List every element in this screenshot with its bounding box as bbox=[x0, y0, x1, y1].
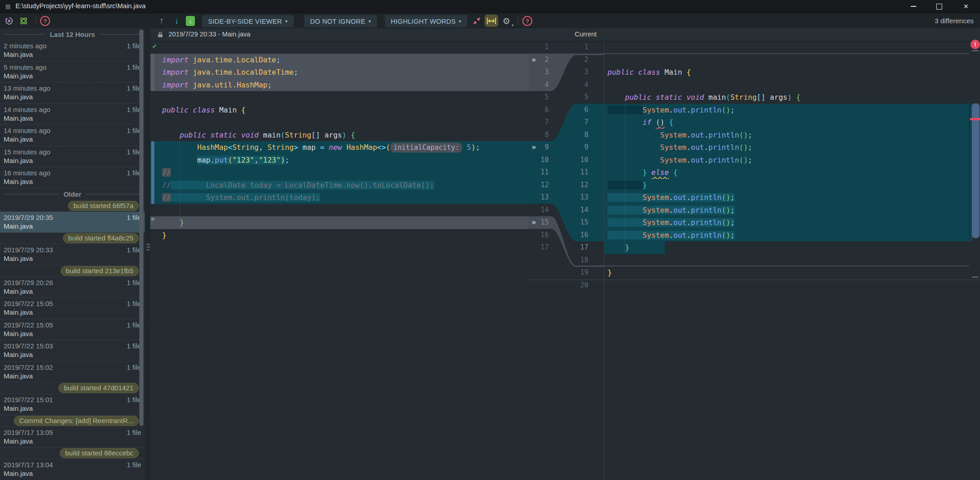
history-entry[interactable]: 14 minutes ago1 fileMain.java bbox=[0, 125, 145, 146]
settings-icon[interactable]: ⚙▾ bbox=[501, 16, 511, 26]
toolbar-divider bbox=[36, 16, 36, 25]
history-entry[interactable]: 2019/7/17 13:041 fileMain.java bbox=[0, 459, 145, 480]
diff-editors[interactable]: import java.time.LocalDate;import java.t… bbox=[150, 41, 980, 480]
code-line: } else { bbox=[604, 166, 969, 179]
help-icon[interactable]: ? bbox=[522, 16, 532, 26]
code-line: // System.out.println(today); bbox=[150, 191, 529, 204]
history-entry[interactable]: 2019/7/22 15:011 fileMain.java bbox=[0, 394, 145, 415]
deleted-line-marker bbox=[151, 218, 154, 220]
history-entry[interactable]: 2019/7/22 15:021 fileMain.java bbox=[0, 362, 145, 383]
line-number: 12 bbox=[568, 179, 588, 192]
entry-filename: Main.java bbox=[4, 114, 141, 122]
history-entry[interactable]: 5 minutes ago1 fileMain.java bbox=[0, 61, 145, 83]
code-line: System.out.println(); bbox=[604, 191, 969, 204]
chevron-down-icon: ▾ bbox=[285, 19, 287, 24]
history-entry[interactable]: 2019/7/22 15:031 fileMain.java bbox=[0, 340, 145, 362]
history-entry[interactable]: 2019/7/29 20:331 fileMain.java bbox=[0, 244, 145, 266]
entry-time: 2019/7/29 20:35 bbox=[4, 214, 53, 221]
entry-time: 2019/7/22 15:05 bbox=[4, 321, 53, 329]
diff-panel: 2019/7/29 20:33 - Main.java Current impo… bbox=[150, 28, 980, 480]
history-entry[interactable]: 2019/7/29 20:351 fileMain.java bbox=[0, 212, 145, 233]
entry-filename: Main.java bbox=[4, 178, 141, 185]
content-end-line bbox=[529, 280, 980, 280]
entry-time: 5 minutes ago bbox=[4, 63, 46, 71]
line-number: 1 bbox=[568, 41, 588, 54]
history-entry[interactable]: 14 minutes ago1 fileMain.java bbox=[0, 104, 145, 125]
editor-scrollbar[interactable] bbox=[972, 103, 980, 238]
history-entry[interactable]: 2 minutes ago1 fileMain.java bbox=[0, 40, 145, 61]
close-button[interactable]: ✕ bbox=[955, 0, 976, 13]
line-number: 13 bbox=[568, 191, 588, 204]
local-changes-icon[interactable] bbox=[19, 16, 29, 26]
line-number: 3 bbox=[568, 66, 588, 79]
code-line: System.out.println(); bbox=[604, 141, 969, 154]
sidebar-scrollbar[interactable] bbox=[139, 30, 143, 426]
code-line: public class Main { bbox=[150, 104, 529, 117]
code-line: System.out.println(); bbox=[604, 104, 969, 117]
line-number: 4 bbox=[568, 79, 588, 92]
entry-time: 2019/7/17 13:04 bbox=[4, 461, 53, 469]
code-line: } bbox=[150, 229, 529, 242]
save-icon[interactable]: ↓ bbox=[185, 16, 195, 26]
entry-filename: Main.java bbox=[4, 470, 141, 477]
history-sidebar[interactable]: Last 12 Hours2 minutes ago1 fileMain.jav… bbox=[0, 28, 145, 480]
line-number: 10 bbox=[529, 154, 549, 167]
apply-change-chevron-icon[interactable]: » bbox=[531, 54, 536, 66]
line-number: 5 bbox=[568, 91, 588, 104]
history-entry[interactable]: 2019/7/22 15:051 fileMain.java bbox=[0, 319, 145, 341]
viewer-mode-dropdown[interactable]: SIDE-BY-SIDE VIEWER▾ bbox=[202, 15, 294, 27]
code-line: public static void main(String[] args) { bbox=[604, 91, 969, 104]
maximize-button[interactable] bbox=[929, 0, 949, 13]
code-line: System.out.println(); bbox=[604, 154, 969, 167]
error-stripe-mark[interactable] bbox=[970, 118, 980, 120]
line-number: 2 bbox=[568, 54, 588, 66]
entry-filename: Main.java bbox=[4, 404, 141, 412]
line-number: 18 bbox=[568, 254, 588, 267]
entry-time: 2019/7/29 20:33 bbox=[4, 246, 53, 254]
line-number: 10 bbox=[568, 154, 588, 167]
entry-time: 14 minutes ago bbox=[4, 127, 51, 134]
code-line: } bbox=[150, 216, 529, 229]
minimize-button[interactable] bbox=[903, 0, 924, 13]
synchronize-scrolling-icon[interactable] bbox=[485, 15, 498, 27]
error-indicator[interactable]: ! bbox=[970, 40, 980, 49]
activity-label-badge: build started 66f57a bbox=[68, 201, 139, 211]
apply-change-chevron-icon[interactable]: » bbox=[531, 141, 536, 154]
separator-label: Last 12 Hours bbox=[50, 31, 95, 38]
code-line: public class Main { bbox=[604, 66, 969, 79]
line-number: 1 bbox=[529, 41, 549, 54]
history-entry[interactable]: 2019/7/22 15:051 fileMain.java bbox=[0, 298, 145, 319]
activity-label-badge: build started ff4a8c25 bbox=[63, 233, 139, 243]
line-number: 11 bbox=[568, 166, 588, 179]
history-entry[interactable]: 15 minutes ago1 fileMain.java bbox=[0, 146, 145, 168]
local-history-window: ▤ E:\studyProjects\yyf-learn-stuff\src\M… bbox=[0, 0, 980, 480]
revert-icon[interactable] bbox=[4, 16, 14, 26]
deleted-block-marker bbox=[151, 54, 154, 92]
activity-label-badge: Commit Changes: [add] ReentrantR... bbox=[14, 416, 139, 426]
entry-filename: Main.java bbox=[4, 351, 141, 358]
next-difference-icon[interactable]: ↓ bbox=[172, 16, 182, 26]
chevron-down-icon: ▾ bbox=[368, 19, 371, 24]
ignore-policy-dropdown[interactable]: DO NOT IGNORE▾ bbox=[304, 15, 377, 27]
highlight-mode-dropdown[interactable]: HIGHLIGHT WORDS▾ bbox=[385, 15, 467, 27]
line-number: 11 bbox=[529, 166, 549, 179]
collapse-unchanged-icon[interactable] bbox=[472, 16, 482, 26]
apply-change-chevron-icon[interactable]: » bbox=[531, 216, 536, 229]
history-entry[interactable]: 16 minutes ago1 fileMain.java bbox=[0, 167, 145, 189]
previous-difference-icon[interactable]: ↑ bbox=[157, 16, 167, 26]
help-icon[interactable]: ? bbox=[40, 16, 50, 26]
entry-time: 2019/7/22 15:05 bbox=[4, 300, 53, 307]
code-line: System.out.println(); bbox=[604, 129, 969, 142]
entry-filename: Main.java bbox=[4, 222, 141, 230]
panel-splitter[interactable] bbox=[145, 28, 150, 480]
entry-filename: Main.java bbox=[4, 51, 141, 58]
history-entry[interactable]: 13 minutes ago1 fileMain.java bbox=[0, 82, 145, 104]
lock-icon bbox=[158, 31, 163, 38]
entry-time: 16 minutes ago bbox=[4, 169, 51, 177]
entry-filename: Main.java bbox=[4, 330, 141, 337]
entry-file-count: 1 file bbox=[127, 461, 141, 469]
line-number: 6 bbox=[529, 104, 549, 117]
history-entry[interactable]: 2019/7/29 20:261 fileMain.java bbox=[0, 277, 145, 298]
history-entry[interactable]: 2019/7/17 13:051 fileMain.java bbox=[0, 427, 145, 448]
entry-time: 2019/7/22 15:03 bbox=[4, 342, 53, 350]
